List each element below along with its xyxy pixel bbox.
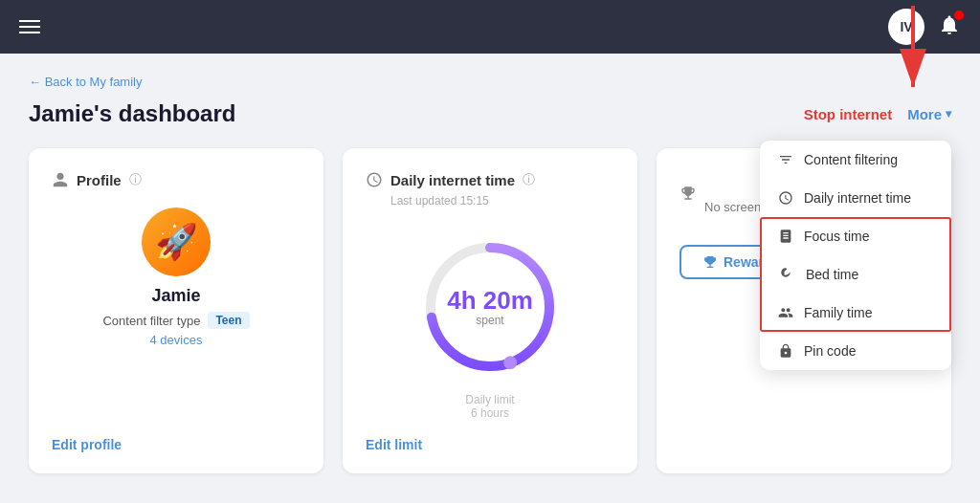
dropdown-item-pin-code[interactable]: Pin code: [760, 332, 951, 370]
profile-filter-row: Content filter type Teen: [102, 312, 249, 329]
devices-link[interactable]: 4 devices: [150, 333, 203, 347]
dropdown-item-focus-time[interactable]: Focus time: [760, 217, 951, 255]
dropdown-item-bed-time[interactable]: Bed time: [760, 255, 951, 294]
page-title: Jamie's dashboard: [29, 100, 235, 127]
more-dropdown-wrapper: More ▾: [907, 106, 951, 122]
notification-badge: [954, 11, 964, 20]
gauge-center: 4h 20m spent: [447, 287, 533, 328]
clock-icon: [777, 189, 794, 207]
red-arrow: [884, 6, 942, 101]
gauge-wrap: 4h 20m spent: [366, 230, 614, 383]
internet-time-info-icon[interactable]: ⓘ: [523, 171, 535, 188]
dropdown-item-family-time[interactable]: Family time: [760, 294, 951, 332]
gauge-limit: Daily limit 6 hours: [366, 393, 614, 420]
gauge-time: 4h 20m: [447, 287, 533, 315]
back-link[interactable]: Back to My family: [29, 75, 142, 89]
page-header: Jamie's dashboard Stop internet More ▾: [29, 100, 951, 127]
profile-name: Jamie: [151, 286, 200, 306]
profile-avatar-wrap: 🚀 Jamie Content filter type Teen 4 devic…: [52, 208, 301, 347]
gauge-spent: spent: [447, 314, 533, 327]
chevron-down-icon: ▾: [946, 107, 951, 120]
profile-card-header: Profile ⓘ: [52, 171, 301, 188]
profile-card-title: Profile: [77, 172, 122, 188]
edit-profile-link[interactable]: Edit profile: [52, 437, 122, 452]
internet-time-card: Daily internet time ⓘ Last updated 15:15: [343, 148, 637, 473]
moon-icon: [779, 266, 796, 283]
trophy-icon: [679, 185, 697, 202]
top-nav: IV: [0, 0, 980, 54]
internet-time-header: Daily internet time ⓘ: [366, 171, 614, 188]
teen-badge: Teen: [208, 312, 249, 329]
profile-card: Profile ⓘ 🚀 Jamie Content filter type Te…: [29, 148, 323, 473]
edit-limit-link[interactable]: Edit limit: [366, 437, 422, 452]
more-dropdown-menu: Content filtering Daily internet time: [760, 141, 951, 370]
hamburger-menu[interactable]: [19, 20, 40, 33]
filter-icon: [777, 151, 794, 168]
header-actions: Stop internet More ▾: [804, 106, 951, 122]
profile-avatar: 🚀: [142, 208, 211, 276]
reward-icon: [702, 254, 718, 270]
profile-info-icon[interactable]: ⓘ: [129, 171, 142, 188]
time-icon: [366, 171, 383, 188]
lock-icon: [777, 342, 794, 360]
stop-internet-button[interactable]: Stop internet: [804, 106, 893, 122]
last-updated: Last updated 15:15: [390, 194, 614, 208]
dropdown-item-daily-internet[interactable]: Daily internet time: [760, 179, 951, 217]
main-content: Back to My family Jamie's dashboard Stop…: [0, 54, 980, 492]
more-button[interactable]: More ▾: [907, 106, 951, 122]
dropdown-item-content-filtering[interactable]: Content filtering: [760, 141, 951, 179]
family-icon: [777, 304, 794, 321]
person-icon: [52, 171, 69, 188]
book-icon: [777, 228, 794, 245]
internet-time-card-title: Daily internet time: [390, 172, 515, 188]
